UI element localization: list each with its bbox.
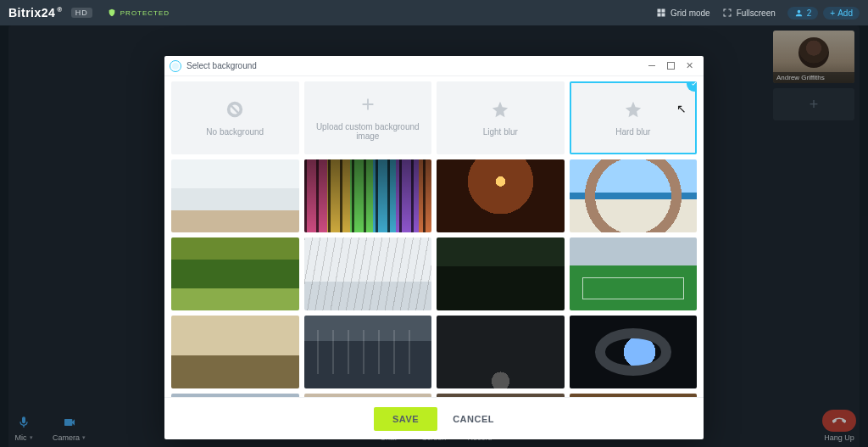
bg-thumb-space[interactable] [570,316,698,388]
close-button[interactable]: ✕ [680,58,698,75]
protected-label: PROTECTED [120,9,170,17]
brand-logo: Bitrix24® [8,6,63,20]
option-no-background[interactable]: No background [171,81,299,154]
bg-thumb-escalator[interactable] [437,316,565,388]
fullscreen-button[interactable]: Fullscreen [722,8,776,18]
option-label: No background [206,127,264,137]
bg-thumb-safari[interactable] [171,316,299,388]
topbar: Bitrix24® HD PROTECTED Grid mode Fullscr… [0,0,868,25]
option-label: Upload custom background image [304,122,432,141]
option-upload[interactable]: Upload custom background image [304,81,432,154]
add-participant-button[interactable]: + Add [823,7,860,20]
ban-icon [225,100,244,119]
select-background-modal: Select background ✕ No background Upload… [164,56,704,439]
modal-body: No background Upload custom background i… [164,76,704,397]
modal-overlay[interactable]: Select background ✕ No background Upload… [0,25,868,447]
option-label: Light blur [483,127,518,137]
save-button[interactable]: SAVE [374,407,437,431]
modal-footer: SAVE CANCEL [164,397,704,439]
bg-thumb-subway[interactable] [304,316,432,388]
cursor-icon: ↖ [676,102,687,115]
option-light-blur[interactable]: Light blur [437,81,565,154]
shield-icon [108,8,116,17]
bg-thumb-beach-arch[interactable] [570,159,698,232]
star-icon [491,100,509,119]
bg-thumb-stadium[interactable] [570,237,698,310]
person-icon [794,8,804,18]
bg-thumb-living-room[interactable] [171,159,299,232]
modal-title: Select background [186,61,257,70]
background-grid: No background Upload custom background i… [171,81,697,397]
grid-mode-label: Grid mode [670,8,710,18]
bg-thumb-greenhouse[interactable] [437,237,565,310]
brand-name: Bitrix24 [8,6,55,20]
grid-mode-button[interactable]: Grid mode [656,8,710,18]
grid-icon [656,8,666,18]
bg-thumb-brick-room[interactable] [437,159,565,232]
bg-thumb-more[interactable] [304,394,432,397]
fullscreen-label: Fullscreen [737,8,776,18]
minimize-button[interactable] [643,58,661,75]
bg-thumb-more[interactable] [437,394,565,397]
add-label: Add [837,8,853,18]
protected-badge: PROTECTED [108,8,170,17]
bg-thumb-more[interactable] [171,394,299,397]
bg-thumb-more[interactable] [570,394,698,397]
plus-icon [359,95,377,114]
check-icon [687,81,697,92]
option-hard-blur[interactable]: ↖ Hard blur [570,81,698,154]
fullscreen-icon [722,8,732,18]
plus-icon: + [830,8,835,18]
modal-header: Select background ✕ [164,56,704,76]
bg-thumb-neon-bar[interactable] [304,159,432,232]
option-label: Hard blur [615,127,650,137]
bg-thumb-snow-forest[interactable] [304,237,432,310]
app-icon [170,60,181,72]
maximize-button[interactable] [661,58,680,75]
star-icon [624,100,643,119]
participant-count[interactable]: 2 [787,7,819,20]
cancel-button[interactable]: CANCEL [453,414,494,424]
bg-thumb-park[interactable] [171,237,299,310]
hd-badge: HD [71,8,92,18]
participant-number: 2 [807,8,812,18]
